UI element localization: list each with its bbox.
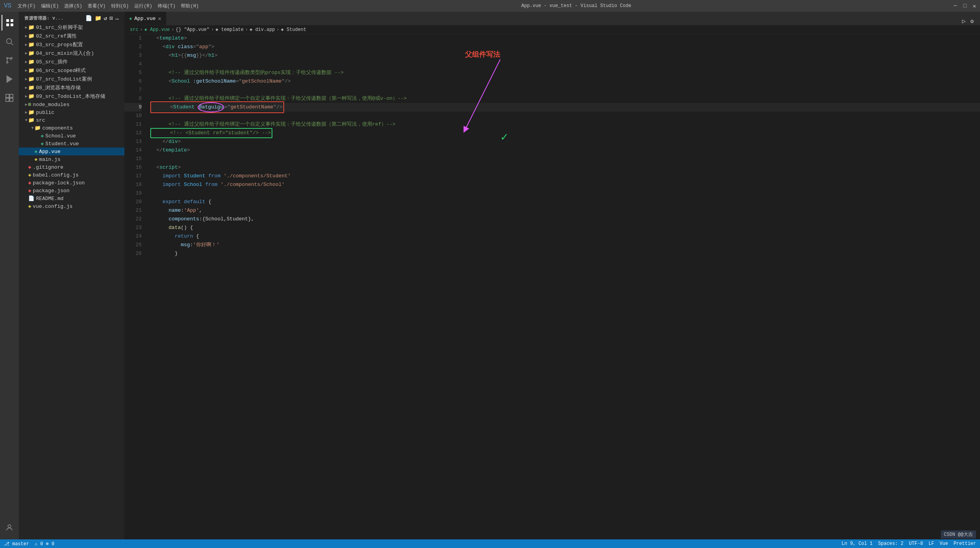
window-title: App.vue - vue_test - Visual Studio Code <box>521 3 631 9</box>
status-spaces[interactable]: Spaces: 2 <box>878 541 904 546</box>
tree-item-09[interactable]: ▶ 📁 09_src_TodoList_本地存储 <box>19 92 124 101</box>
svg-rect-1 <box>11 19 13 22</box>
code-content[interactable]: <template> <div class="app"> <h1>{{msg}}… <box>145 34 980 539</box>
tree-item-components[interactable]: ▼ 📁 components <box>19 124 124 132</box>
activity-account[interactable] <box>2 520 17 535</box>
tree-item-package[interactable]: ▶ ◆ package.json <box>19 187 124 195</box>
editor-content[interactable]: 1 2 3 4 5 6 7 8 9 10 11 12 13 14 15 16 1 <box>124 34 980 539</box>
collapse-arrow: ▶ <box>25 51 27 56</box>
status-encoding[interactable]: UTF-8 <box>909 541 923 546</box>
tree-item-07[interactable]: ▶ 📁 07_src_TodoList案例 <box>19 75 124 83</box>
tree-label: package.json <box>33 188 70 194</box>
code-line-13: </div> <box>150 137 980 146</box>
menu-edit[interactable]: 编辑(E) <box>41 3 59 9</box>
activity-extensions[interactable] <box>2 90 17 106</box>
tree-label: 07_src_TodoList案例 <box>36 76 92 83</box>
menu-select[interactable]: 选择(S) <box>64 3 82 9</box>
main-layout: 资源管理器: V... 📄 📁 ↺ ⊡ … ▶ 📁 01_src_分析脚手架 ▶… <box>0 12 980 539</box>
tree-item-08[interactable]: ▶ 📁 08_浏览器本地存储 <box>19 83 124 92</box>
svg-rect-10 <box>6 94 9 97</box>
collapse-arrow: ▶ <box>25 85 27 90</box>
breadcrumb-obj[interactable]: {} "App.vue" <box>176 27 209 32</box>
breadcrumb-sep-4: › <box>245 27 248 32</box>
status-language[interactable]: Vue <box>940 541 948 546</box>
menu-help[interactable]: 帮助(H) <box>181 3 199 9</box>
breadcrumb-app-vue[interactable]: ◈ App.vue <box>144 27 170 32</box>
tree-item-school-vue[interactable]: ▶ ◈ School.vue <box>19 132 124 140</box>
svg-point-7 <box>11 58 13 59</box>
status-eol[interactable]: LF <box>928 541 934 546</box>
tree-item-03[interactable]: ▶ 📁 03_src_props配置 <box>19 40 124 49</box>
editor-area: ◈ App.vue ✕ ▷ ⚙ src › ◈ App.vue › {} "Ap… <box>124 12 980 539</box>
activity-source-control[interactable] <box>2 52 17 68</box>
tree-item-app-vue[interactable]: ▶ ◈ App.vue <box>19 148 124 155</box>
menu-terminal[interactable]: 终端(T) <box>158 3 176 9</box>
tree-item-vue-config[interactable]: ▶ ◈ vue.config.js <box>19 202 124 210</box>
tree-item-02[interactable]: ▶ 📁 02_src_ref属性 <box>19 32 124 40</box>
collapse-arrow: ▶ <box>25 110 27 115</box>
close-button[interactable]: ✕ <box>973 3 976 9</box>
code-line-2: <div class="app"> <box>150 43 980 51</box>
collapse-arrow: ▶ <box>31 157 34 162</box>
tree-item-main-js[interactable]: ▶ ◈ main.js <box>19 155 124 163</box>
status-branch[interactable]: ⎇ master <box>4 541 29 547</box>
activity-explorer[interactable] <box>2 15 17 31</box>
menu-goto[interactable]: 转到(G) <box>111 3 129 9</box>
activity-run[interactable] <box>2 71 17 87</box>
tree-item-package-lock[interactable]: ▶ ◆ package-lock.json <box>19 179 124 187</box>
collapse-arrow: ▶ <box>25 102 27 107</box>
tree-label: 05_src_插件 <box>36 58 68 65</box>
collapse-arrow: ▶ <box>25 34 27 38</box>
tree-label: 02_src_ref属性 <box>36 32 77 40</box>
menu-view[interactable]: 查看(V) <box>88 3 106 9</box>
code-line-10 <box>150 112 980 120</box>
refresh-button[interactable]: ↺ <box>104 15 107 22</box>
breadcrumb-template[interactable]: ◈ template <box>215 27 243 32</box>
run-button[interactable]: ▷ <box>962 17 966 25</box>
new-folder-button[interactable]: 📁 <box>95 15 102 22</box>
activity-search[interactable] <box>2 34 17 49</box>
tree-item-06[interactable]: ▶ 📁 06_src_scoped样式 <box>19 66 124 75</box>
svg-line-5 <box>11 43 13 45</box>
collapse-arrow: ▶ <box>25 59 27 64</box>
tree-item-01[interactable]: ▶ 📁 01_src_分析脚手架 <box>19 23 124 32</box>
tree-item-04[interactable]: ▶ 📁 04_src_mixin混入(合) <box>19 49 124 58</box>
breadcrumb-student[interactable]: ◈ Student <box>281 27 306 32</box>
sidebar-title: 资源管理器: V... <box>24 15 64 21</box>
debug-button[interactable]: ⚙ <box>971 18 974 25</box>
status-errors[interactable]: ⚠ 0 ⊗ 0 <box>34 541 54 547</box>
code-line-12: <!-- <Student ref="student"/> --> <box>150 129 980 137</box>
tree-item-node-modules[interactable]: ▶ ⊞ node_modules <box>19 101 124 108</box>
line-numbers: 1 2 3 4 5 6 7 8 9 10 11 12 13 14 15 16 1 <box>124 34 145 539</box>
tree-item-gitignore[interactable]: ▶ ◆ .gitignore <box>19 163 124 171</box>
breadcrumb-div-app[interactable]: ◈ div.app <box>250 27 275 32</box>
tree-item-babel[interactable]: ▶ ◈ babel.config.js <box>19 171 124 179</box>
tree-item-readme[interactable]: ▶ 📄 README.md <box>19 195 124 202</box>
code-line-23: data() { <box>150 224 980 232</box>
titlebar-left: VS 文件(F) 编辑(E) 选择(S) 查看(V) 转到(G) 运行(R) 终… <box>4 2 199 9</box>
status-line-col[interactable]: Ln 9, Col 1 <box>841 541 872 546</box>
code-line-16: <script> <box>150 163 980 172</box>
tree-label: App.vue <box>39 149 61 155</box>
status-formatter[interactable]: Prettier <box>953 541 976 546</box>
menu-run[interactable]: 运行(R) <box>134 3 152 9</box>
new-file-button[interactable]: 📄 <box>85 15 92 22</box>
tree-item-05[interactable]: ▶ 📁 05_src_插件 <box>19 58 124 66</box>
code-line-15 <box>150 155 980 163</box>
tree-item-student-vue[interactable]: ▶ ◈ Student.vue <box>19 140 124 148</box>
breadcrumb-src[interactable]: src <box>130 27 139 32</box>
more-button[interactable]: … <box>115 15 119 22</box>
collapse-button[interactable]: ⊡ <box>110 15 113 22</box>
tree-label: 01_src_分析脚手架 <box>36 24 83 31</box>
code-line-18: import School from './components/School' <box>150 180 980 189</box>
tree-item-src[interactable]: ▼ 📁 src <box>19 116 124 124</box>
collapse-arrow: ▶ <box>25 196 27 201</box>
minimize-button[interactable]: ─ <box>954 3 957 9</box>
maximize-button[interactable]: □ <box>963 3 966 9</box>
tab-close-button[interactable]: ✕ <box>158 15 161 22</box>
menu-file[interactable]: 文件(F) <box>18 3 36 9</box>
tree-label: 09_src_TodoList_本地存储 <box>36 93 105 100</box>
tree-item-public[interactable]: ▶ 📁 public <box>19 108 124 116</box>
tree-label: main.js <box>39 157 61 162</box>
tab-app-vue[interactable]: ◈ App.vue ✕ <box>124 12 166 25</box>
